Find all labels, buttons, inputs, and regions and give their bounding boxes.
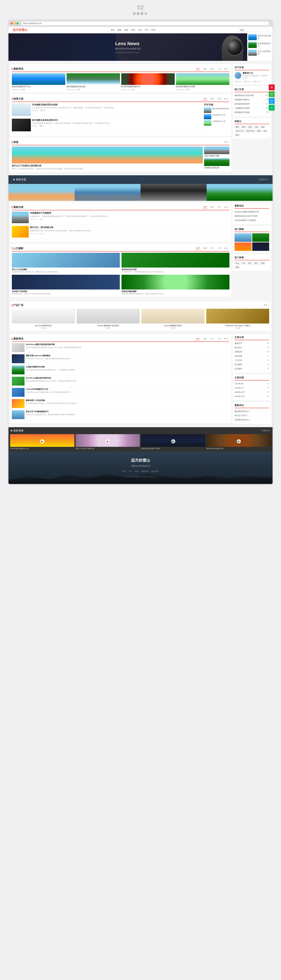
travel-list-item-2[interactable]: 古镇探访完整记录 <box>204 158 230 169</box>
video-item-2[interactable]: ▶ 城市人文纪录片拍摄心得 <box>76 434 140 450</box>
browser-dot-green[interactable] <box>16 22 19 24</box>
hero-sidebar-item-2[interactable]: 森林晨雾摄影技巧 <box>247 41 273 49</box>
hero-sidebar-item-1[interactable]: 蔚蓝海岸风光摄影 <box>247 33 273 41</box>
la-tab-comment[interactable]: 评论 <box>217 337 222 340</box>
photo-widget-3[interactable] <box>235 242 252 251</box>
people-tab-recommend[interactable]: 推荐 <box>195 247 201 250</box>
la-item-3[interactable]: 山地徒步摄影完全攻略 进山拍摄需要注意的安全事项和摄影技巧，让山地摄影之旅更顺利… <box>12 366 230 375</box>
tag-tutorial[interactable]: 教程 <box>256 129 262 133</box>
product-item-3[interactable]: Lenz 超薄翻盖手机壳 ¥ 299 <box>141 309 204 329</box>
nav-home[interactable]: 首页 <box>111 29 115 32</box>
people-tab-hot[interactable]: 热门 <box>209 247 215 250</box>
social-weixin-btn[interactable]: 公 <box>269 105 275 111</box>
footer-link-contact[interactable]: 联系 <box>135 470 139 473</box>
tab-recommend[interactable]: 推荐 <box>195 67 201 71</box>
tag-post[interactable]: 后期 <box>260 126 265 129</box>
travel-main[interactable]: 蓝天白云下的海滨之旅完整记录 探访令人心旷神怡的海滨胜地，记录蔚蓝天空与洁白沙滩… <box>12 146 203 170</box>
video-play-3[interactable]: ▶ <box>171 439 176 444</box>
article-list-more[interactable]: 更多 » <box>224 206 230 208</box>
recommended-more[interactable]: 更多 » <box>224 97 230 100</box>
la-tab-new[interactable]: 最新 <box>203 337 208 340</box>
sidebar-cat-item-4[interactable]: 器材评测 27 <box>235 354 269 358</box>
sidebar-hot-item-4[interactable]: 人像摄影布光教程 987 <box>235 106 269 110</box>
video-play-1[interactable]: ▶ <box>40 439 45 444</box>
product-item-2[interactable]: iPhone 摄影配件专业套装 ¥ 899 <box>77 309 140 329</box>
sidebar-hot-item-3[interactable]: 旅行摄影装备推荐 1102 <box>235 102 269 106</box>
people-tab-comment[interactable]: 评论 <box>217 247 222 250</box>
la-tab-hot[interactable]: 热门 <box>209 337 215 340</box>
photo-strip-people[interactable] <box>8 184 75 201</box>
tag-wordpress[interactable]: WordPress <box>245 129 255 133</box>
popular-tag-6[interactable]: 装备 <box>235 266 240 269</box>
tab-photo[interactable]: 摄影 <box>203 67 208 71</box>
sidebar-cat-item-7[interactable]: 生活随笔 15 <box>235 367 269 371</box>
tag-tips[interactable]: 技巧 <box>263 129 268 133</box>
tag-photography[interactable]: 摄影 <box>235 126 240 129</box>
footer-link-about[interactable]: 关于 <box>128 470 132 473</box>
popular-tag-2[interactable]: 人文 <box>241 262 246 265</box>
photo-strip-tunnel[interactable] <box>140 184 207 201</box>
tag-travel[interactable]: 旅游 <box>241 126 246 129</box>
latest-articles-more[interactable]: 更多 » <box>224 337 230 340</box>
hero-sidebar-item-3[interactable]: 高山云海景观拍摄 <box>247 49 273 57</box>
news-card-3[interactable]: 秋天野花摄影指南分享 2023-01-13 · 自然 <box>121 73 175 91</box>
browser-dot-yellow[interactable] <box>14 22 16 24</box>
nav-about[interactable]: 关于 <box>145 29 149 32</box>
la-item-6[interactable]: 摄影构图十大法则详解 学习摄影构图的基本法则，让你的照片更有视觉冲击力和艺术感染… <box>12 399 230 409</box>
article-tab-recommend[interactable]: 推荐 <box>203 205 208 209</box>
news-card-2[interactable]: 瀑布拍摄最佳时机选择 2023-01-14 · 摄影 <box>67 73 120 91</box>
la-item-5[interactable]: Android手机摄影技巧汇总 充分发挥Android手机摄影功能，拍出不输专业… <box>12 388 230 398</box>
video-play-2[interactable]: ▶ <box>105 439 110 444</box>
archive-item-3[interactable]: 2022年12月 15 <box>235 390 269 395</box>
photo-widget-4[interactable] <box>252 242 269 251</box>
photo-widget-1[interactable] <box>235 233 252 242</box>
article-item-2[interactable]: 旅行日记：探访神秘古城 跟随我的旅行脚步，探访充满历史气息的古老城市，感受文化的… <box>12 226 230 239</box>
popular-tag-1[interactable]: 风光 <box>235 262 240 265</box>
video-item-4[interactable]: ▶ 香料市场街头摄影记录 <box>207 434 271 450</box>
photo-widget-2[interactable] <box>252 233 269 242</box>
sidebar-hot-item-1[interactable]: 摄影基础知识完全手册 1523 <box>235 94 269 98</box>
tag-portrait[interactable]: 人像 <box>254 126 259 129</box>
people-tab-new[interactable]: 最新 <box>203 247 208 250</box>
popular-tag-4[interactable]: 技巧 <box>254 262 259 265</box>
rec-tab-travel[interactable]: 旅游 <box>217 97 222 100</box>
tag-landscape[interactable]: 风景 <box>247 126 253 129</box>
video-section-more[interactable]: 查看全部 » <box>262 429 271 432</box>
nav-contact[interactable]: 联系 <box>151 29 155 32</box>
sidebar-hot-item-5[interactable]: 夜景摄影完全指南 876 <box>235 110 269 115</box>
sidebar-cat-item-5[interactable]: 人文纪实 21 <box>235 358 269 363</box>
rec-sidebar-item-1[interactable]: 摄影构图基础教程详解 <box>204 108 230 113</box>
people-card-2[interactable]: 老街坊的生活记录 探访城市老区，记录即将消逝的传统生活方式和珍贵记忆... <box>121 253 230 273</box>
browser-dot-red[interactable] <box>11 22 13 24</box>
social-wechat-btn[interactable]: 信 <box>269 91 275 97</box>
popular-tag-3[interactable]: 旅行 <box>247 262 253 265</box>
banner-link-1[interactable]: 查看全部 » <box>259 178 268 181</box>
news-card-4[interactable]: 城市夜景摄影技法详解 2023-01-12 · 摄影 <box>176 73 230 91</box>
browser-address-bar[interactable]: https://zbNews.com <box>22 22 269 25</box>
tab-life[interactable]: 生活 <box>217 67 222 71</box>
sidebar-cat-item-6[interactable]: 风光摄影 19 <box>235 363 269 367</box>
la-item-2[interactable]: 摄影后期Lightroom基础教程 从零开始学习Lightroom，掌握专业摄影… <box>12 354 230 364</box>
product-more[interactable]: 更多 » <box>263 304 269 307</box>
recent-comment-1[interactable]: 摄影爱好者评论了... <box>235 409 269 414</box>
archive-item-2[interactable]: 2023年1月 18 <box>235 386 269 390</box>
travel-list-item-1[interactable]: 山间小路徒步攻略 <box>204 146 230 158</box>
article-item-1[interactable]: 风景摄影技巧专题整理 从构图到用光，系统整理风景摄影的核心技巧，帮助初学者快速提… <box>12 212 230 225</box>
rec-tab-all[interactable]: 全部 <box>203 97 208 100</box>
sidebar-cat-item-2[interactable]: 旅行游记 38 <box>235 346 269 350</box>
recent-comment-2[interactable]: 旅行达人评论了... <box>235 414 269 418</box>
sidebar-hot-item-2[interactable]: 风景摄影后期技法 1248 <box>235 98 269 102</box>
latest-news-more[interactable]: 更多 » <box>224 68 230 70</box>
sidebar-cat-item-3[interactable]: 后期处理 32 <box>235 350 269 354</box>
sidebar-recent-item-2[interactable]: 摄影师必备的10款APP推荐 <box>235 214 269 218</box>
footer-link-privacy[interactable]: 隐私政策 <box>151 470 159 473</box>
sidebar-cat-item-1[interactable]: 摄影技巧 45 <box>235 342 269 346</box>
footer-link-copyright[interactable]: 版权说明 <box>141 470 149 473</box>
people-card-1[interactable]: 街头人文纪实摄影 记录城市中普通人的日常生活，用镜头讲述动人的故事与情感... <box>12 253 120 273</box>
rec-sidebar-item-3[interactable]: 人像摄影布光心得 <box>204 120 230 126</box>
nav-news[interactable]: 资讯 <box>131 29 135 32</box>
tag-lightroom[interactable]: Lightroom <box>235 129 244 133</box>
social-qq-btn[interactable]: Q <box>269 98 275 104</box>
archive-item-4[interactable]: 2022年11月 22 <box>235 395 269 399</box>
site-logo[interactable]: 远方的雪山 <box>13 28 27 32</box>
